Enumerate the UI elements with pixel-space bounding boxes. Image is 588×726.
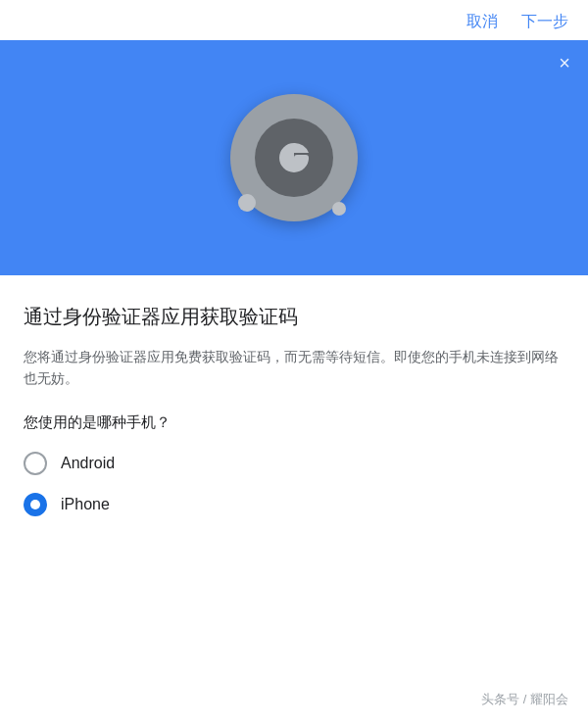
page-container: 取消 下一步 × 通过身份验证器应用获取验证码 您将通过身份验证器应用免费 — [0, 0, 588, 726]
header-section: × — [0, 40, 588, 275]
radio-item-android[interactable]: Android — [24, 452, 564, 475]
radio-label-iphone: iPhone — [61, 496, 110, 513]
dot-tl — [238, 194, 256, 212]
radio-circle-android[interactable] — [24, 452, 47, 475]
radio-label-android: Android — [61, 455, 115, 472]
dot-br — [332, 202, 346, 216]
next-button[interactable]: 下一步 — [521, 12, 568, 32]
google-g-svg — [271, 135, 317, 180]
content-section: 通过身份验证器应用获取验证码 您将通过身份验证器应用免费获取验证码，而无需等待短… — [0, 275, 588, 726]
cancel-button[interactable]: 取消 — [466, 12, 498, 32]
svg-rect-0 — [294, 155, 309, 161]
top-bar: 取消 下一步 — [0, 0, 588, 40]
authenticator-icon — [230, 94, 358, 221]
page-title: 通过身份验证器应用获取验证码 — [24, 303, 564, 330]
watermark: 头条号 / 耀阳会 — [481, 691, 568, 708]
close-icon[interactable]: × — [559, 52, 570, 74]
content-description: 您将通过身份验证器应用免费获取验证码，而无需等待短信。即使您的手机未连接到网络也… — [24, 346, 564, 390]
radio-circle-iphone[interactable] — [24, 493, 47, 516]
phone-question: 您使用的是哪种手机？ — [24, 413, 564, 432]
radio-item-iphone[interactable]: iPhone — [24, 493, 564, 516]
radio-group: Android iPhone — [24, 452, 564, 516]
